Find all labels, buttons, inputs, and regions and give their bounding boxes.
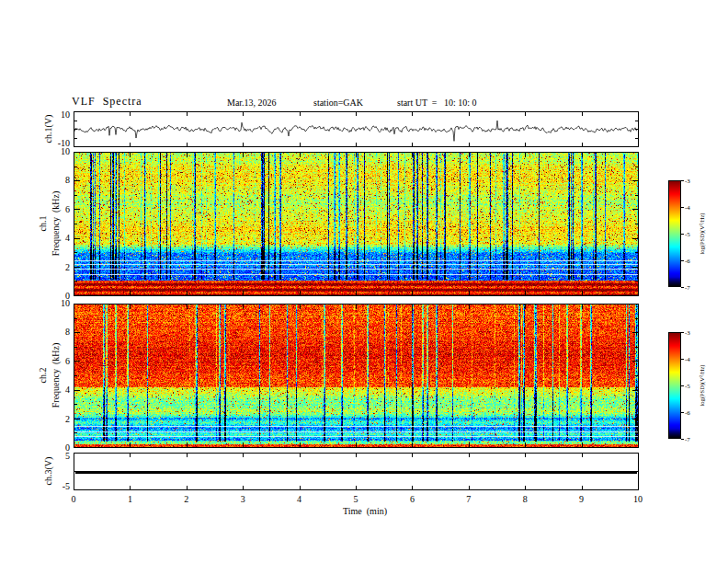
colorbar-tick [681, 332, 684, 333]
ch1-spec-channel-label: ch.1 [38, 216, 48, 232]
y-tick-label: 2 [35, 262, 70, 272]
y-tick-label: 4 [35, 385, 70, 395]
colorbar-tick [681, 412, 684, 413]
x-tick-label: 1 [119, 494, 141, 504]
colorbar-ch2 [668, 332, 681, 439]
date-label: Mar.13, 2026 [227, 98, 277, 108]
colorbar-tick-label: -4 [685, 203, 705, 213]
colorbar-tick-label: -6 [685, 257, 705, 267]
colorbar-tick-label: -3 [685, 328, 705, 339]
colorbar-tick [681, 385, 684, 386]
y-tick-label: 5 [35, 451, 70, 461]
colorbar-tick-label: -5 [685, 230, 705, 240]
x-tick-label: 3 [232, 494, 254, 504]
x-tick-label: 10 [627, 494, 649, 504]
y-tick-label: 6 [35, 356, 70, 366]
x-tick-label: 8 [514, 494, 536, 504]
ch1-waveform-plot [74, 111, 639, 147]
colorbar-tick-label: -5 [685, 382, 705, 392]
colorbar-tick [681, 439, 684, 440]
vlf-spectra-figure: VLF Spectra Mar.13, 2026 station=GAK sta… [0, 0, 728, 563]
colorbar-tick [681, 180, 684, 181]
x-tick-label: 0 [63, 494, 85, 504]
station-label: station=GAK [313, 98, 363, 108]
x-tick-label: 2 [176, 494, 198, 504]
x-tick-label: 5 [345, 494, 367, 504]
x-tick-label: 7 [458, 494, 480, 504]
colorbar-tick-label: -3 [685, 177, 705, 187]
colorbar-ch1 [668, 180, 681, 287]
ch2-spectrogram [74, 304, 639, 448]
start-ut-label: start UT = 10: 10: 0 [397, 98, 477, 108]
ch3-waveform-plot [74, 453, 639, 490]
y-tick-label: 8 [35, 327, 70, 337]
ch2-spec-channel-label: ch.2 [38, 368, 48, 384]
y-tick-label: -5 [35, 481, 70, 491]
colorbar-tick-label: -4 [685, 355, 705, 365]
y-tick-label: 10 [35, 298, 70, 308]
x-axis-label: Time (min) [319, 506, 411, 516]
y-tick-label: 6 [35, 204, 70, 214]
colorbar-tick [681, 207, 684, 208]
x-tick-label: 6 [401, 494, 423, 504]
y-tick-label: 4 [35, 233, 70, 243]
figure-title: VLF Spectra [72, 95, 142, 109]
ch2-spec-axis-label: Frequency (kHz) [51, 343, 61, 408]
x-tick-label: 4 [289, 494, 311, 504]
colorbar-tick [681, 260, 684, 261]
y-tick-label: 10 [35, 109, 70, 120]
ch1-spec-axis-label: Frequency (kHz) [51, 191, 61, 257]
colorbar-tick [681, 287, 684, 288]
y-tick-label: 10 [35, 146, 70, 156]
x-tick-label: 9 [571, 494, 593, 504]
y-tick-label: 2 [35, 414, 70, 424]
ch1-spectrogram [74, 152, 639, 296]
colorbar-tick-label: -7 [685, 283, 705, 293]
colorbar-tick-label: -7 [685, 435, 705, 445]
colorbar-tick-label: -6 [685, 408, 705, 419]
colorbar-tick [681, 359, 684, 360]
y-tick-label: 8 [35, 175, 70, 185]
colorbar-tick [681, 234, 684, 235]
